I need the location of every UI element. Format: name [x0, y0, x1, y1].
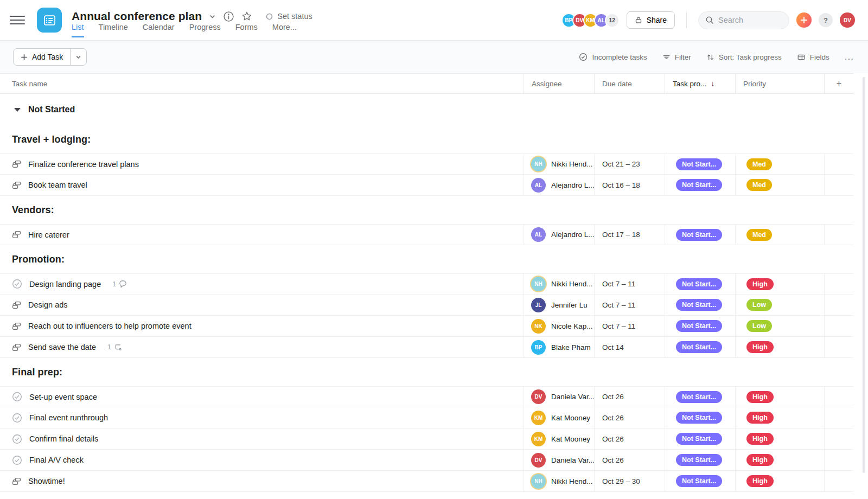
task-row[interactable]: Reach out to influencers to help promote…: [0, 316, 853, 337]
task-progress-cell[interactable]: Not Start...: [665, 428, 735, 449]
task-progress-cell[interactable]: Not Start...: [665, 225, 735, 245]
task-name[interactable]: Book team travel: [28, 181, 87, 189]
task-name[interactable]: Showtime!: [28, 477, 65, 485]
complete-check-circle-icon[interactable]: [12, 413, 22, 423]
share-button[interactable]: Share: [627, 11, 675, 29]
task-row[interactable]: Final event runthroughKMKat MooneyOct 26…: [0, 407, 853, 428]
task-progress-badge[interactable]: Not Start...: [676, 158, 722, 170]
task-progress-badge[interactable]: Not Start...: [676, 299, 722, 311]
task-name[interactable]: Send save the date: [28, 343, 96, 351]
task-row[interactable]: Book team travelALAlejandro L...Oct 16 –…: [0, 175, 853, 196]
complete-check-circle-icon[interactable]: [12, 434, 22, 444]
priority-cell[interactable]: High: [735, 471, 824, 491]
task-name[interactable]: Finalize conference travel plans: [28, 160, 139, 169]
column-header-task-name[interactable]: Task name: [0, 74, 524, 93]
priority-cell[interactable]: Med: [735, 225, 824, 245]
task-progress-cell[interactable]: Not Start...: [665, 274, 735, 294]
tab-forms[interactable]: Forms: [235, 23, 258, 37]
priority-badge[interactable]: High: [746, 341, 774, 353]
assignee-cell[interactable]: KMKat Mooney: [524, 407, 594, 428]
complete-check-circle-icon[interactable]: [12, 279, 22, 289]
task-name[interactable]: Confirm final details: [29, 434, 98, 443]
due-date-cell[interactable]: Oct 7 – 11: [594, 295, 665, 315]
add-task-button[interactable]: Add Task: [14, 49, 70, 65]
sidebar-toggle-hamburger-icon[interactable]: [10, 15, 25, 25]
assignee-cell[interactable]: ALAlejandro L...: [524, 225, 594, 245]
add-column-button[interactable]: +: [824, 74, 853, 93]
task-row[interactable]: Finalize conference travel plansNHNikki …: [0, 153, 853, 175]
task-name-cell[interactable]: Send save the date1: [0, 337, 524, 357]
dependency-icon[interactable]: [12, 343, 21, 352]
task-progress-badge[interactable]: Not Start...: [676, 341, 722, 353]
tab-calendar[interactable]: Calendar: [143, 23, 175, 37]
task-progress-badge[interactable]: Not Start...: [676, 433, 722, 445]
due-date-cell[interactable]: Oct 26: [594, 387, 665, 407]
task-progress-badge[interactable]: Not Start...: [676, 278, 722, 290]
user-avatar[interactable]: DV: [840, 12, 855, 28]
help-button[interactable]: ?: [819, 13, 833, 27]
task-progress-badge[interactable]: Not Start...: [676, 229, 722, 241]
task-name[interactable]: Hire caterer: [28, 231, 69, 239]
task-name[interactable]: Design landing page: [29, 280, 101, 289]
task-name[interactable]: Final event runthrough: [29, 413, 108, 422]
assignee-cell[interactable]: ALAlejandro L...: [524, 175, 594, 195]
dependency-icon[interactable]: [12, 477, 21, 486]
priority-cell[interactable]: Low: [735, 316, 824, 336]
fields-button[interactable]: Fields: [797, 53, 829, 61]
task-row[interactable]: Showtime!NHNikki Hend...Oct 29 – 30Not S…: [0, 471, 853, 492]
task-progress-cell[interactable]: Not Start...: [665, 407, 735, 428]
vertical-scrollbar[interactable]: [863, 77, 865, 473]
tab-list[interactable]: List: [72, 23, 84, 37]
task-row[interactable]: Final A/V checkDVDaniela Var...Oct 26Not…: [0, 450, 853, 471]
task-name-cell[interactable]: Showtime!: [0, 471, 524, 491]
task-row[interactable]: Design landing page1NHNikki Hend...Oct 7…: [0, 273, 853, 295]
complete-check-circle-icon[interactable]: [12, 455, 22, 465]
task-name-cell[interactable]: Design ads: [0, 295, 524, 315]
group-header-not-started[interactable]: Not Started: [0, 94, 853, 125]
priority-cell[interactable]: Med: [735, 154, 824, 174]
due-date-cell[interactable]: Oct 7 – 11: [594, 316, 665, 336]
priority-badge[interactable]: High: [746, 475, 774, 487]
sort-button[interactable]: Sort: Task progress: [706, 53, 782, 61]
column-header-assignee[interactable]: Assignee: [524, 74, 594, 93]
dependency-icon[interactable]: [12, 181, 21, 190]
task-progress-badge[interactable]: Not Start...: [676, 320, 722, 332]
priority-cell[interactable]: High: [735, 274, 824, 294]
dependency-icon[interactable]: [12, 159, 21, 169]
project-members-facepile[interactable]: BPDVKMAL12: [561, 13, 620, 28]
incomplete-tasks-filter-button[interactable]: Incomplete tasks: [579, 53, 647, 61]
priority-badge[interactable]: Low: [746, 320, 772, 332]
add-task-dropdown-button[interactable]: [70, 49, 86, 65]
task-name-cell[interactable]: Hire caterer: [0, 225, 524, 245]
priority-badge[interactable]: High: [746, 391, 774, 403]
column-header-priority[interactable]: Priority: [735, 74, 824, 93]
task-progress-cell[interactable]: Not Start...: [665, 387, 735, 407]
favorite-star-icon[interactable]: [241, 11, 252, 22]
create-new-button[interactable]: [796, 12, 812, 28]
priority-badge[interactable]: Med: [746, 158, 772, 170]
dependency-icon[interactable]: [12, 300, 21, 310]
task-name-cell[interactable]: Reach out to influencers to help promote…: [0, 316, 524, 336]
tab-timeline[interactable]: Timeline: [99, 23, 128, 37]
task-name[interactable]: Reach out to influencers to help promote…: [28, 322, 192, 330]
dependency-icon[interactable]: [12, 230, 21, 239]
priority-badge[interactable]: High: [746, 278, 774, 290]
tab-more[interactable]: More...: [272, 23, 297, 37]
collapse-triangle-icon[interactable]: [14, 108, 21, 112]
task-row[interactable]: Design adsJLJennifer LuOct 7 – 11Not Sta…: [0, 295, 853, 316]
filter-button[interactable]: Filter: [662, 53, 691, 61]
toolbar-more-button[interactable]: ...: [845, 52, 854, 62]
task-progress-badge[interactable]: Not Start...: [676, 391, 722, 403]
task-name-cell[interactable]: Book team travel: [0, 175, 524, 195]
priority-cell[interactable]: High: [735, 407, 824, 428]
task-name-cell[interactable]: Final A/V check: [0, 450, 524, 470]
assignee-cell[interactable]: KMKat Mooney: [524, 428, 594, 449]
task-row[interactable]: Set-up event spaceDVDaniela Var...Oct 26…: [0, 386, 853, 407]
task-name-cell[interactable]: Final event runthrough: [0, 407, 524, 428]
task-name-cell[interactable]: Confirm final details: [0, 428, 524, 449]
assignee-cell[interactable]: NKNicole Kap...: [524, 316, 594, 336]
tab-progress[interactable]: Progress: [189, 23, 221, 37]
set-status-button[interactable]: Set status: [266, 12, 312, 21]
task-row[interactable]: Confirm final detailsKMKat MooneyOct 26N…: [0, 428, 853, 450]
priority-cell[interactable]: High: [735, 337, 824, 357]
